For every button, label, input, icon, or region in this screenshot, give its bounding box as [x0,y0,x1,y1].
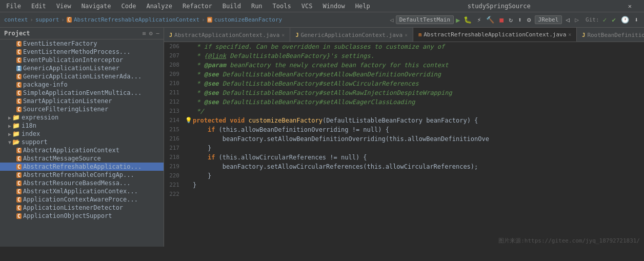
main-layout: Project ≡ ⚙ − C EventListenerFactory C E… [0,28,644,247]
code-line-206: 206 * if specified. Can be overridden in… [164,42,644,51]
sidebar-item-SmartApplicationListener[interactable]: C SmartApplicationListener [0,97,164,105]
right-arrow-icon[interactable]: ▷ [573,16,580,24]
code-editor[interactable]: 206 * if specified. Can be overridden in… [164,42,644,247]
run-button[interactable]: ▶ [456,16,460,24]
line-number: 210 [164,79,185,88]
sidebar-item-EventListenerFactory[interactable]: C EventListenerFactory [0,39,164,48]
sidebar-item-ApplicationContextAwareProcessor[interactable]: C ApplicationContextAwareProce... [0,195,164,204]
stop-button[interactable]: ■ [498,16,505,24]
sidebar-item-package-info[interactable]: C package-info [0,81,164,89]
toolbar: context › support › C AbstractRefreshabl… [0,12,644,28]
reload-button[interactable]: ↻ [507,16,514,24]
lightbulb-icon[interactable]: 💡 [185,116,192,125]
sidebar-item-AbstractRefreshableApplicationContext[interactable]: C AbstractRefreshableApplicatio... [0,163,164,171]
debug-button[interactable]: 🐛 [462,16,473,24]
sidebar-item-SourceFilteringListener[interactable]: C SourceFilteringListener [0,105,164,113]
sidebar-item-expression[interactable]: ▶ 📁 expression [0,113,164,122]
close-button[interactable]: ✕ [626,2,634,11]
menu-view[interactable]: View [54,2,73,11]
c-class-icon: C [16,49,22,55]
code-line-222: 222 [164,190,644,199]
settings-icon[interactable]: ⚙ [526,16,533,24]
breadcrumb-method[interactable]: customizeBeanFactory [214,16,282,23]
tab-close-icon[interactable]: × [405,32,408,38]
breadcrumb-sep3: › [202,16,205,23]
menu-vcs[interactable]: VCS [299,2,315,11]
sidebar-item-EventListenerMethodProcessor[interactable]: C EventListenerMethodProcess... [0,48,164,56]
git-tick-icon[interactable]: ✔ [610,16,617,24]
code-line-212: 212 * @see DefaultListableBeanFactory#se… [164,97,644,107]
tab-close-icon[interactable]: × [281,32,285,38]
tab-RootBeanDefinition[interactable]: J RootBeanDefinition.java × [577,28,644,42]
menu-window[interactable]: Window [320,2,347,11]
code-line-216: 216 beanFactory.setAllowBeanDefinitionOv… [164,134,644,144]
sidebar-item-ApplicationObjectSupport[interactable]: C ApplicationObjectSupport [0,212,164,220]
sidebar-item-ApplicationListenerDetector[interactable]: C ApplicationListenerDetector [0,204,164,212]
line-content: */ [193,107,644,116]
code-line-219: 219 beanFactory.setAllowCircularReferenc… [164,162,644,171]
c-class-icon: C [16,156,22,162]
tab-label: AbstractRefreshableApplicationContext.ja… [424,31,566,38]
line-content: beanFactory.setAllowBeanDefinitionOverri… [193,134,644,144]
menu-run[interactable]: Run [249,2,265,11]
line-number: 215 [164,125,185,134]
git-update-icon[interactable]: ⬇ [633,16,640,24]
menu-tools[interactable]: Tools [271,2,293,11]
sidebar-item-AbstractRefreshableConfigApplicationContext[interactable]: C AbstractRefreshableConfigAp... [0,171,164,179]
menu-analyze[interactable]: Analyze [144,2,174,11]
sidebar-item-label: SourceFilteringListener [23,106,108,113]
breadcrumb-sep1: › [30,16,33,23]
line-number: 208 [164,61,185,70]
tab-AbstractApplicationContext[interactable]: J AbstractApplicationContext.java × [164,28,290,42]
line-content: } [193,180,644,190]
sidebar-item-EventPublicationInterceptor[interactable]: C EventPublicationInterceptor [0,56,164,64]
sidebar-minimize-icon[interactable]: − [156,30,159,37]
line-gutter[interactable]: 💡 [185,116,193,125]
sidebar-item-label: index [22,130,40,137]
jrebel-button[interactable]: JRebel [535,15,562,24]
left-arrow-icon[interactable]: ◁ [564,16,571,24]
sidebar-item-GenericApplicationListenerAdapter[interactable]: C GenericApplicationListenerAda... [0,72,164,81]
menu-code[interactable]: Code [119,2,138,11]
c-class-icon: C [16,82,22,88]
breadcrumb-support[interactable]: support [35,16,59,23]
line-content: * {@link DefaultListableBeanFactory}'s s… [193,51,644,61]
sidebar-collapse-icon[interactable]: ≡ [142,30,146,37]
navigate-back-icon[interactable]: ◁ [390,16,393,24]
sidebar-item-index[interactable]: ▶ 📁 index [0,130,164,138]
app-title: studySpringSource [378,2,620,11]
coverage-button[interactable]: ⚡ [475,16,482,24]
menu-file[interactable]: File [4,2,23,11]
sidebar-item-support[interactable]: ▼ 📂 support [0,138,164,146]
breadcrumb-class[interactable]: AbstractRefreshableApplicationContext [74,16,199,23]
sidebar-item-SimpleApplicationEventMulticaster[interactable]: C SimpleApplicationEventMultica... [0,89,164,97]
menu-help[interactable]: Help [353,2,372,11]
tab-AbstractRefreshableApplicationContext[interactable]: m AbstractRefreshableApplicationContext.… [413,28,577,42]
sidebar-item-label: GenericApplicationListener [23,65,119,72]
code-line-214: 214 💡 protected void customizeBeanFactor… [164,116,644,125]
menu-refactor[interactable]: Refactor [180,2,214,11]
git-history-icon[interactable]: 🕐 [619,16,631,24]
sidebar-item-AbstractResourceBasedMessageSource[interactable]: C AbstractResourceBasedMessa... [0,179,164,187]
sidebar-settings-icon[interactable]: ⚙ [149,30,153,37]
line-number: 220 [164,171,185,180]
menu-edit[interactable]: Edit [29,2,48,11]
line-content: if (this.allowCircularReferences != null… [193,153,644,162]
sidebar-item-i18n[interactable]: ▶ 📁 i18n [0,122,164,130]
sidebar-item-AbstractXmlApplicationContext[interactable]: C AbstractXmlApplicationContex... [0,187,164,195]
sidebar-item-label: ApplicationContextAwareProce... [23,196,138,203]
sidebar-item-GenericApplicationListener[interactable]: I GenericApplicationListener [0,64,164,72]
menu-build[interactable]: Build [220,2,243,11]
menu-navigate[interactable]: Navigate [79,2,113,11]
sidebar-item-AbstractMessageSource[interactable]: C AbstractMessageSource [0,154,164,163]
tab-close-icon[interactable]: × [568,32,571,37]
c-class-icon: C [16,164,22,170]
update-button[interactable]: ⬆ [516,16,524,24]
breadcrumb-context[interactable]: context [4,16,28,23]
git-check-icon[interactable]: ✓ [601,16,609,24]
run-config-dropdown[interactable]: DefaultTestMain [396,15,454,24]
sidebar-item-AbstractApplicationContext[interactable]: C AbstractApplicationContext [0,146,164,154]
i-class-icon: I [16,66,22,71]
tab-GenericApplicationContext[interactable]: J GenericApplicationContext.java × [290,28,413,42]
build-button[interactable]: 🔨 [485,16,496,24]
